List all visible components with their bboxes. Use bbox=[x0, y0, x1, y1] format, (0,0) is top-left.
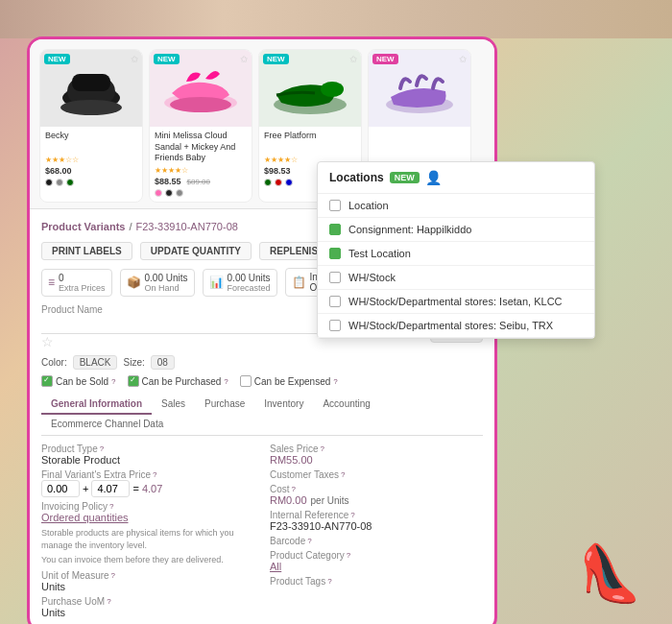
cost-label: Cost ? bbox=[270, 484, 483, 494]
loc-checkbox-wh-klcc bbox=[329, 296, 341, 307]
stat-oh-label: On Hand bbox=[145, 283, 188, 293]
right-shoe-decoration: 👠 bbox=[574, 540, 645, 608]
update-quantity-button[interactable]: UPDATE QUANTITY bbox=[140, 242, 252, 260]
field-purchase-uom: Purchase UoM ? Units bbox=[41, 596, 254, 618]
thumb-1-price: $68.00 bbox=[45, 166, 137, 176]
size-value-tag[interactable]: 08 bbox=[151, 355, 175, 370]
can-be-expensed-checkbox[interactable]: Can be Expensed ? bbox=[240, 375, 338, 387]
thumb-2-price-old: $89.00 bbox=[187, 178, 210, 186]
invoicing-policy-label: Invoicing Policy ? bbox=[41, 501, 254, 512]
plus-sign: + bbox=[83, 483, 88, 494]
stat-extra-prices-value: 0 Extra Prices bbox=[59, 273, 106, 293]
loc-item-location[interactable]: Location bbox=[318, 194, 594, 218]
loc-item-consignment[interactable]: Consignment: Happilkiddo bbox=[318, 218, 594, 242]
thumb-2-badge: NEW bbox=[154, 54, 180, 64]
tab-accounting[interactable]: Accounting bbox=[313, 395, 379, 415]
sales-price-value[interactable]: RM55.00 bbox=[270, 454, 483, 466]
tab-general-information[interactable]: General Information bbox=[41, 395, 152, 415]
puom-label-text: Purchase UoM bbox=[41, 596, 105, 607]
loc-item-wh-klcc[interactable]: WH/Stock/Departmental stores: Isetan, KL… bbox=[318, 290, 594, 314]
thumb-3-name: Free Platform bbox=[264, 131, 356, 154]
uom-label: Unit of Measure ? bbox=[41, 570, 254, 581]
cost-value[interactable]: RM0.00 bbox=[270, 494, 307, 506]
final-variant-label: Final Variant's Extra Price ? bbox=[41, 469, 254, 480]
checkboxes-row: Can be Sold ? Can be Purchased ? Can be … bbox=[41, 375, 483, 387]
thumb-4-badge: NEW bbox=[372, 54, 398, 64]
can-be-expensed-help: ? bbox=[333, 377, 337, 386]
thumb-1-stars: ★★★☆☆ bbox=[45, 156, 137, 164]
color-dot-dark bbox=[165, 189, 173, 197]
color-value-tag[interactable]: BLACK bbox=[73, 355, 118, 370]
field-sales-price: Sales Price ? RM55.00 bbox=[270, 444, 483, 466]
puom-label: Purchase UoM ? bbox=[41, 596, 254, 607]
favorite-icon[interactable]: ☆ bbox=[41, 334, 54, 349]
loc-item-wh-stock[interactable]: WH/Stock bbox=[318, 266, 594, 290]
field-cost: Cost ? RM0.00 per Units bbox=[270, 484, 483, 506]
stat-fc-label: Forecasted bbox=[228, 283, 271, 293]
product-type-value: Storable Product bbox=[41, 454, 254, 466]
internal-ref-value: F23-33910-AN770-08 bbox=[270, 520, 483, 532]
barcode-label: Barcode ? bbox=[270, 536, 483, 546]
fv-help: ? bbox=[153, 470, 156, 479]
bc-label-text: Barcode bbox=[270, 536, 305, 546]
thumb-2-star-icon: ✩ bbox=[240, 54, 248, 64]
stat-forecasted[interactable]: 📊 0.00 Units Forecasted bbox=[203, 269, 277, 297]
on-hand-icon: 📦 bbox=[127, 276, 141, 289]
variant-price-input[interactable] bbox=[41, 480, 80, 497]
thumbnail-1[interactable]: NEW ✩ Becky ★★★☆☆ $68.00 bbox=[39, 49, 143, 203]
can-be-sold-checkbox[interactable]: Can be Sold ? bbox=[41, 375, 116, 387]
uom-value[interactable]: Units bbox=[41, 581, 254, 592]
field-invoicing-policy: Invoicing Policy ? Ordered quantities bbox=[41, 501, 254, 523]
product-tags-label: Product Tags ? bbox=[270, 576, 483, 587]
color-dot-blue bbox=[285, 179, 293, 186]
final-variant-formula: + = 4.07 bbox=[41, 480, 254, 497]
pc-help: ? bbox=[347, 551, 350, 560]
can-be-purchased-checkbox[interactable]: Can be Purchased ? bbox=[128, 375, 228, 387]
can-be-purchased-label: Can be Purchased bbox=[142, 376, 222, 387]
loc-item-wh-trx[interactable]: WH/Stock/Departmental stores: Seibu, TRX bbox=[318, 314, 594, 338]
print-labels-button[interactable]: PRINT LABELS bbox=[41, 242, 132, 260]
stat-on-hand-value: 0.00 Units On Hand bbox=[145, 273, 188, 293]
pt-help: ? bbox=[100, 444, 104, 453]
sp-help: ? bbox=[321, 444, 324, 453]
stat-extra-prices[interactable]: ≡ 0 Extra Prices bbox=[41, 269, 112, 297]
loc-item-test-location[interactable]: Test Location bbox=[318, 242, 594, 266]
tab-ecommerce[interactable]: Ecommerce Channel Data bbox=[41, 415, 173, 435]
tab-inventory[interactable]: Inventory bbox=[254, 395, 313, 415]
thumb-1-star-icon: ✩ bbox=[131, 54, 138, 64]
left-fields: Product Type ? Storable Product Final Va… bbox=[41, 444, 254, 622]
svg-point-5 bbox=[170, 97, 231, 112]
tab-sales[interactable]: Sales bbox=[152, 395, 195, 415]
equals-sign: = bbox=[132, 483, 138, 494]
color-dot-grey bbox=[56, 179, 63, 186]
can-be-purchased-help: ? bbox=[224, 377, 228, 386]
ct-label-text: Customer Taxes bbox=[270, 469, 339, 480]
thumb-1-badge: NEW bbox=[44, 54, 70, 64]
color-dot-black bbox=[45, 179, 53, 186]
loc-checkbox-wh-stock bbox=[329, 272, 341, 283]
loc-checkbox-consignment bbox=[329, 224, 341, 235]
stat-fc-val: 0.00 Units bbox=[228, 273, 271, 283]
thumbnail-2[interactable]: NEW ✩ Mini Melissa Cloud Sandal + Mickey… bbox=[149, 49, 252, 203]
variant-base-input[interactable] bbox=[91, 480, 130, 497]
field-customer-taxes: Customer Taxes ? bbox=[270, 469, 483, 480]
ir-label-text: Internal Reference bbox=[270, 510, 348, 520]
invoicing-policy-value[interactable]: Ordered quantities bbox=[41, 512, 254, 523]
cost-label-text: Cost bbox=[270, 484, 290, 494]
svg-point-3 bbox=[60, 100, 122, 115]
puom-value[interactable]: Units bbox=[41, 607, 254, 618]
breadcrumb-main[interactable]: Product Variants bbox=[41, 221, 125, 232]
tab-purchase[interactable]: Purchase bbox=[195, 395, 254, 415]
thumb-2-colors bbox=[155, 189, 247, 197]
customer-taxes-label: Customer Taxes ? bbox=[270, 469, 483, 480]
ir-help: ? bbox=[350, 511, 354, 519]
thumb-4-info bbox=[369, 127, 470, 158]
product-cat-value[interactable]: All bbox=[270, 561, 483, 572]
thumb-1-info: Becky ★★★☆☆ $68.00 bbox=[40, 127, 142, 191]
thumb-2-price: $88.55 bbox=[155, 177, 181, 186]
stat-on-hand[interactable]: 📦 0.00 Units On Hand bbox=[120, 269, 195, 297]
invoicing-note-2: You can invoice them before they are del… bbox=[41, 554, 254, 566]
breadcrumb-sub[interactable]: F23-33910-AN770-08 bbox=[135, 221, 237, 232]
thumb-4-name bbox=[373, 131, 466, 154]
field-internal-reference: Internal Reference ? F23-33910-AN770-08 bbox=[270, 510, 483, 532]
